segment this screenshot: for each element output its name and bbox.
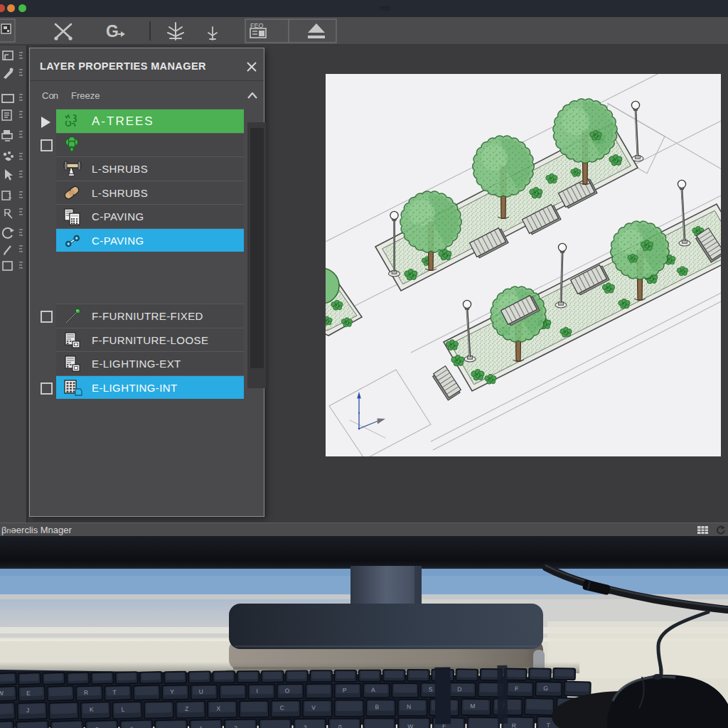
- svg-text:V: V: [311, 704, 316, 711]
- svg-text:T: T: [546, 722, 550, 728]
- svg-text:X: X: [216, 705, 220, 712]
- svg-text:O: O: [285, 687, 290, 694]
- svg-text:W: W: [407, 723, 413, 728]
- svg-text:S: S: [429, 686, 433, 693]
- svg-text:I: I: [256, 687, 257, 695]
- svg-text:G: G: [543, 685, 548, 692]
- svg-text:Z: Z: [185, 705, 188, 712]
- svg-text:L: L: [121, 706, 124, 713]
- svg-text:B: B: [375, 703, 379, 710]
- svg-text:R: R: [512, 722, 516, 728]
- svg-text:F: F: [515, 685, 518, 692]
- svg-text:D: D: [457, 685, 461, 692]
- svg-text:T: T: [112, 689, 116, 696]
- svg-text:W: W: [0, 690, 4, 697]
- svg-text:G: G: [106, 22, 119, 41]
- svg-text:M: M: [470, 702, 475, 710]
- svg-text:C: C: [280, 705, 284, 712]
- svg-text:J: J: [26, 707, 30, 714]
- svg-text:Y: Y: [170, 688, 174, 695]
- svg-text:A: A: [371, 686, 375, 693]
- svg-text:2: 2: [234, 724, 237, 728]
- svg-text:3: 3: [304, 724, 307, 728]
- svg-text:K: K: [90, 706, 94, 713]
- svg-text:0: 0: [338, 724, 342, 728]
- svg-text:N: N: [407, 703, 411, 710]
- svg-text:P: P: [343, 687, 347, 694]
- svg-text:6: 6: [130, 725, 134, 728]
- svg-text:E: E: [26, 690, 31, 697]
- svg-text:1: 1: [8, 192, 12, 200]
- svg-text:R: R: [84, 689, 88, 696]
- svg-text:1: 1: [199, 725, 203, 728]
- svg-text:U: U: [199, 688, 203, 695]
